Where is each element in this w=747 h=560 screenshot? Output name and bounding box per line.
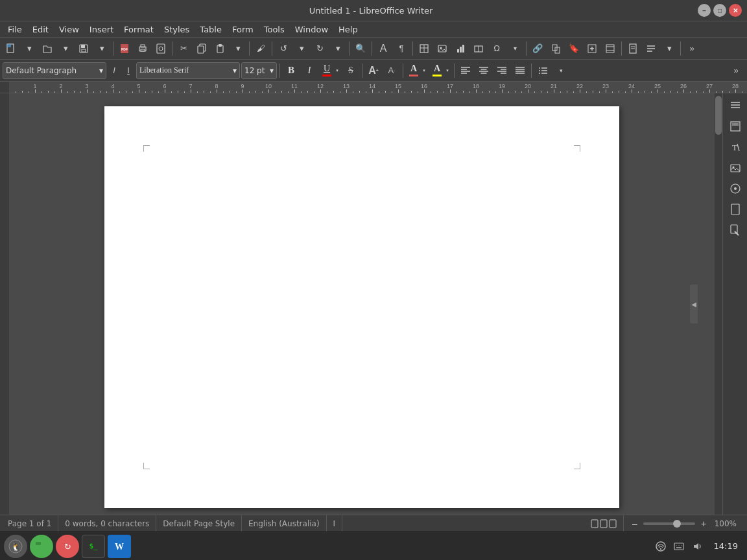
align-left-button[interactable]: [457, 62, 474, 79]
list-button[interactable]: [534, 62, 551, 79]
insert-special-button[interactable]: Ω: [488, 40, 505, 57]
font-color-button[interactable]: A: [407, 64, 421, 78]
font-style-normal-btn[interactable]: I: [122, 62, 135, 79]
underline-group[interactable]: U ▾: [319, 62, 341, 79]
sidebar-page-button[interactable]: [726, 200, 745, 219]
font-size-large-button[interactable]: A: [375, 40, 392, 57]
cross-ref-button[interactable]: [584, 40, 600, 57]
nonprint-button[interactable]: ¶: [393, 40, 410, 57]
font-size-dropdown[interactable]: 12 pt ▾: [241, 62, 277, 79]
scroll-thumb[interactable]: [715, 96, 722, 135]
align-button[interactable]: [643, 40, 659, 57]
format-paint-button[interactable]: 🖌: [252, 40, 269, 57]
save-button[interactable]: [75, 40, 92, 57]
menu-edit[interactable]: Edit: [27, 23, 54, 36]
taskbar-update-button[interactable]: ↻: [56, 535, 79, 558]
redo-dropdown[interactable]: ▾: [329, 40, 346, 57]
expand-button[interactable]: »: [683, 40, 700, 57]
taskbar-terminal-button[interactable]: $_: [82, 535, 105, 558]
zoom-out-button[interactable]: –: [629, 518, 641, 530]
sidebar-styles-button[interactable]: [726, 117, 745, 136]
systray-network-icon[interactable]: [654, 540, 667, 553]
footnote-button[interactable]: [547, 40, 564, 57]
print-button[interactable]: [134, 40, 151, 57]
sidebar-properties-button[interactable]: [726, 96, 745, 115]
systray-volume-icon[interactable]: [691, 540, 704, 553]
font-style-italic-btn[interactable]: I: [108, 62, 121, 79]
doc-area[interactable]: [9, 93, 715, 515]
highlight-arrow[interactable]: ▾: [444, 62, 451, 79]
font-color-group[interactable]: A ▾: [406, 62, 428, 79]
document-page[interactable]: [104, 106, 619, 508]
hyperlink-button[interactable]: 🔗: [529, 40, 546, 57]
taskbar-writer-button[interactable]: W: [108, 535, 131, 558]
sidebar-navigator-button[interactable]: [726, 179, 745, 198]
menu-form[interactable]: Form: [227, 23, 259, 36]
bold-button[interactable]: B: [283, 62, 300, 79]
menu-insert[interactable]: Insert: [84, 23, 119, 36]
menu-table[interactable]: Table: [195, 23, 227, 36]
page-style-button[interactable]: [624, 40, 641, 57]
list-dropdown[interactable]: ▾: [552, 62, 569, 79]
highlight-group[interactable]: A ▾: [429, 62, 451, 79]
menu-format[interactable]: Format: [119, 23, 159, 36]
insert-textbox-button[interactable]: [470, 40, 487, 57]
font-color-arrow[interactable]: ▾: [421, 62, 427, 79]
cut-button[interactable]: ✂: [175, 40, 192, 57]
insert-chart-button[interactable]: [452, 40, 469, 57]
align-center-button[interactable]: [475, 62, 492, 79]
close-button[interactable]: ✕: [729, 4, 742, 17]
menu-view[interactable]: View: [54, 23, 84, 36]
menu-tools[interactable]: Tools: [259, 23, 290, 36]
sidebar-gallery-button[interactable]: [726, 158, 745, 178]
menu-window[interactable]: Window: [290, 23, 333, 36]
format-more-button[interactable]: »: [728, 62, 744, 79]
align-right-button[interactable]: [493, 62, 510, 79]
undo-button[interactable]: ↺: [275, 40, 292, 57]
header-footer-button[interactable]: [602, 40, 619, 57]
new-button[interactable]: [3, 40, 19, 57]
copy-button[interactable]: [193, 40, 210, 57]
taskbar-files-button[interactable]: [30, 535, 53, 558]
highlight-button[interactable]: A: [430, 64, 444, 78]
sidebar-collapse-button[interactable]: ◀: [690, 285, 698, 323]
menu-help[interactable]: Help: [333, 23, 363, 36]
justify-button[interactable]: [512, 62, 528, 79]
paste-button[interactable]: [211, 40, 228, 57]
align-dropdown[interactable]: ▾: [661, 40, 678, 57]
zoom-in-button[interactable]: +: [698, 518, 709, 530]
systray-keyboard-icon[interactable]: [672, 540, 685, 553]
taskbar-logo-button[interactable]: 🐧: [4, 535, 27, 558]
menu-styles[interactable]: Styles: [159, 23, 195, 36]
underline-arrow[interactable]: ▾: [334, 62, 340, 79]
insert-table-button[interactable]: [416, 40, 433, 57]
open-button[interactable]: [39, 40, 56, 57]
insert-image-button[interactable]: [434, 40, 451, 57]
decrease-font-button[interactable]: A-: [383, 62, 400, 79]
insert-more-button[interactable]: ▾: [506, 40, 523, 57]
new-dropdown[interactable]: ▾: [21, 40, 38, 57]
redo-button[interactable]: ↻: [311, 40, 328, 57]
export-pdf-button[interactable]: PDF: [116, 40, 133, 57]
find-button[interactable]: 🔍: [352, 40, 369, 57]
underline-button[interactable]: U: [320, 64, 334, 78]
paste-dropdown[interactable]: ▾: [230, 40, 246, 57]
bookmark-button[interactable]: 🔖: [565, 40, 582, 57]
open-dropdown[interactable]: ▾: [57, 40, 74, 57]
sidebar-format-button[interactable]: T: [726, 137, 745, 157]
font-name-dropdown[interactable]: Liberation Serif ▾: [136, 62, 240, 79]
vertical-scrollbar[interactable]: [715, 93, 722, 515]
strikethrough-button[interactable]: S: [342, 62, 359, 79]
print-preview-button[interactable]: [152, 40, 169, 57]
sidebar-manage-button[interactable]: [726, 220, 745, 240]
undo-dropdown[interactable]: ▾: [293, 40, 310, 57]
zoom-thumb[interactable]: [673, 520, 681, 528]
save-dropdown[interactable]: ▾: [93, 40, 110, 57]
minimize-button[interactable]: –: [698, 4, 711, 17]
menu-file[interactable]: File: [3, 23, 27, 36]
maximize-button[interactable]: □: [713, 4, 726, 17]
italic-button[interactable]: I: [301, 62, 318, 79]
increase-font-button[interactable]: A+: [365, 62, 382, 79]
zoom-slider[interactable]: [643, 522, 695, 525]
paragraph-style-dropdown[interactable]: Default Paragraph ▾: [3, 62, 106, 79]
